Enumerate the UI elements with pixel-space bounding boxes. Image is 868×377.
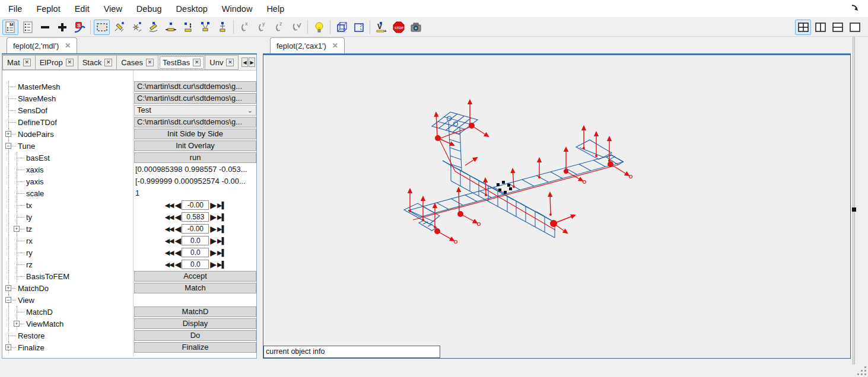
node-star-button[interactable] bbox=[128, 20, 144, 35]
rotate-view-button[interactable] bbox=[288, 20, 304, 35]
pencil-rotate-button[interactable] bbox=[145, 20, 161, 35]
basEst-button[interactable]: run bbox=[134, 152, 256, 163]
clip-box-button[interactable] bbox=[351, 20, 367, 35]
step-fast-back-icon[interactable]: ◀◀ bbox=[165, 248, 174, 257]
SlaveMesh-path-button[interactable]: C:\martin\sdt.cur\sdtdemos\g... bbox=[134, 93, 256, 104]
edit-pencil-button[interactable] bbox=[111, 20, 127, 35]
splitter[interactable] bbox=[853, 37, 855, 365]
menu-window[interactable]: Window bbox=[215, 1, 260, 17]
yaxis-value-field[interactable]: [-0.999999 0.000952574 -0.00... bbox=[134, 176, 256, 187]
step-fast-back-icon[interactable]: ◀◀ bbox=[165, 260, 174, 269]
MatchDo-button[interactable]: Match bbox=[134, 283, 256, 293]
subtab-unv[interactable]: Unv✕ bbox=[205, 55, 239, 70]
step-fast-back-icon[interactable]: ◀◀ bbox=[165, 200, 174, 210]
tz-value-box[interactable]: -0.00 bbox=[182, 224, 209, 234]
layout-quad-button[interactable] bbox=[795, 20, 811, 35]
Finalize-button[interactable]: Finalize bbox=[134, 342, 256, 353]
step-forward-icon[interactable]: ▶ bbox=[210, 236, 216, 245]
subtab-testbas[interactable]: TestBas✕ bbox=[158, 55, 205, 70]
menu-help[interactable]: Help bbox=[259, 1, 291, 17]
subtab-scroll-left-icon[interactable]: ◀ bbox=[241, 57, 248, 67]
layout-rows-button[interactable] bbox=[829, 20, 845, 35]
SensDof-select[interactable]: Test⌄ bbox=[134, 105, 256, 116]
step-back-icon[interactable]: ◀ bbox=[175, 248, 181, 257]
resize-grip-icon[interactable] bbox=[857, 366, 866, 375]
rx-value-box[interactable]: 0.0 bbox=[182, 236, 209, 245]
rotate-x-button[interactable]: x bbox=[237, 20, 253, 35]
tab-close-icon[interactable]: ✕ bbox=[332, 41, 338, 50]
subtab-close-icon[interactable]: ✕ bbox=[193, 59, 201, 66]
step-forward-icon[interactable]: ▶ bbox=[210, 260, 216, 269]
iconify-list-button[interactable] bbox=[20, 20, 36, 35]
NodePairs-button[interactable]: Init Side by Side bbox=[134, 129, 256, 139]
expand-icon[interactable]: + bbox=[14, 321, 20, 327]
sensor-fork-button[interactable] bbox=[197, 20, 213, 35]
dock-arrow-icon[interactable] bbox=[850, 4, 861, 13]
step-forward-icon[interactable]: ▶ bbox=[210, 224, 216, 234]
wireframe-plot[interactable] bbox=[263, 55, 850, 357]
step-fast-forward-icon[interactable]: ▶▌ bbox=[217, 236, 225, 245]
layout-single-button[interactable] bbox=[847, 20, 863, 35]
sensor-translate-button[interactable] bbox=[163, 20, 179, 35]
MasterMesh-path-button[interactable]: C:\martin\sdt.cur\sdtdemos\g... bbox=[134, 81, 256, 92]
layout-columns-button[interactable] bbox=[812, 20, 828, 35]
snapshot-button[interactable] bbox=[408, 20, 424, 35]
tx-value-box[interactable]: -0.00 bbox=[182, 200, 209, 210]
scale-value-field[interactable]: 1 bbox=[134, 188, 256, 199]
menu-debug[interactable]: Debug bbox=[129, 1, 169, 17]
tab-feplot-cax1[interactable]: feplot(2,'cax1') ✕ bbox=[270, 37, 345, 53]
expand-icon[interactable]: + bbox=[5, 285, 11, 291]
MatchD-button[interactable]: MatchD bbox=[134, 306, 256, 317]
step-forward-icon[interactable]: ▶ bbox=[210, 212, 216, 222]
Tune-button[interactable]: Init Overlay bbox=[134, 140, 256, 151]
step-back-icon[interactable]: ◀ bbox=[175, 260, 181, 269]
DefineTDof-path-button[interactable]: C:\martin\sdt.cur\sdtdemos\g... bbox=[134, 117, 256, 127]
stop-button[interactable]: STOP bbox=[390, 20, 406, 35]
ViewMatch-button[interactable]: Display bbox=[134, 318, 256, 329]
menu-view[interactable]: View bbox=[97, 1, 129, 17]
BasisToFEM-button[interactable]: Accept bbox=[134, 271, 256, 282]
subtab-stack[interactable]: Stack✕ bbox=[78, 55, 117, 70]
step-fast-forward-icon[interactable]: ▶▌ bbox=[217, 200, 225, 210]
object-info-field[interactable]: current object info bbox=[263, 346, 440, 358]
subtab-elprop[interactable]: ElProp✕ bbox=[36, 55, 78, 70]
step-back-icon[interactable]: ◀ bbox=[175, 224, 181, 234]
xaxis-value-field[interactable]: [0.000985398 0.998557 -0.053... bbox=[134, 164, 256, 175]
step-back-icon[interactable]: ◀ bbox=[175, 212, 181, 222]
collapse-icon[interactable]: − bbox=[5, 297, 11, 303]
select-region-button[interactable] bbox=[94, 20, 110, 35]
sensor-tee-button[interactable] bbox=[214, 20, 230, 35]
step-forward-icon[interactable]: ▶ bbox=[210, 200, 216, 210]
rotate-y-button[interactable]: y bbox=[254, 20, 270, 35]
menu-desktop[interactable]: Desktop bbox=[169, 1, 215, 17]
subtab-cases[interactable]: Cases✕ bbox=[117, 55, 158, 70]
post-curve-button[interactable]: S bbox=[71, 20, 87, 35]
rz-value-box[interactable]: 0.0 bbox=[182, 260, 209, 269]
expand-icon[interactable]: + bbox=[5, 344, 11, 350]
menu-feplot[interactable]: Feplot bbox=[29, 1, 67, 17]
step-fast-forward-icon[interactable]: ▶▌ bbox=[217, 248, 225, 257]
subtab-close-icon[interactable]: ✕ bbox=[146, 59, 154, 66]
subtab-close-icon[interactable]: ✕ bbox=[23, 59, 31, 66]
expand-icon[interactable]: + bbox=[14, 226, 20, 232]
sensor-lift-button[interactable] bbox=[180, 20, 196, 35]
splitter-handle-icon[interactable] bbox=[852, 207, 856, 212]
model-properties-button[interactable]: M bbox=[2, 20, 18, 35]
tab-close-icon[interactable]: ✕ bbox=[65, 41, 71, 50]
subtab-close-icon[interactable]: ✕ bbox=[104, 59, 112, 66]
collapse-icon[interactable]: − bbox=[5, 143, 11, 149]
rotate-z-button[interactable]: z bbox=[271, 20, 287, 35]
subtab-close-icon[interactable]: ✕ bbox=[66, 59, 74, 66]
step-fast-forward-icon[interactable]: ▶▌ bbox=[217, 260, 225, 269]
step-back-icon[interactable]: ◀ bbox=[175, 200, 181, 210]
tab-feplot-mdl[interactable]: feplot(2,'mdl') ✕ bbox=[7, 37, 77, 53]
step-fast-forward-icon[interactable]: ▶▌ bbox=[217, 224, 225, 234]
light-button[interactable] bbox=[311, 20, 327, 35]
step-fast-back-icon[interactable]: ◀◀ bbox=[165, 224, 174, 234]
ry-value-box[interactable]: 0.0 bbox=[182, 248, 209, 257]
zoom-in-button[interactable] bbox=[54, 20, 70, 35]
view-cube-button[interactable] bbox=[333, 20, 349, 35]
subtab-close-icon[interactable]: ✕ bbox=[226, 59, 234, 66]
step-fast-back-icon[interactable]: ◀◀ bbox=[165, 236, 174, 245]
ty-value-box[interactable]: 0.583 bbox=[182, 212, 209, 222]
